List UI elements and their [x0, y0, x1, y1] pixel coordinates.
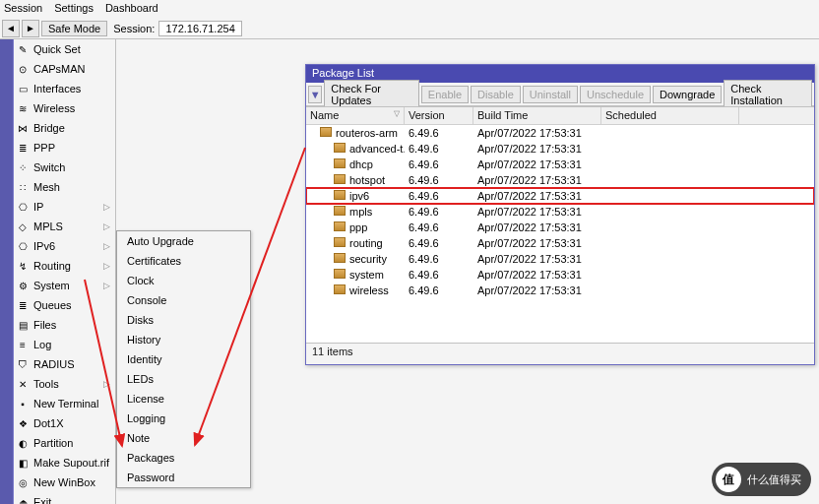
submenu-item-license[interactable]: License	[117, 389, 250, 409]
submenu-item-note[interactable]: Note	[117, 428, 250, 448]
col-build[interactable]: Build Time	[473, 107, 601, 124]
sidebar-item-radius[interactable]: ⛉RADIUS	[14, 354, 115, 374]
unschedule-button[interactable]: Unschedule	[580, 86, 651, 103]
back-button[interactable]: ◄	[2, 20, 20, 37]
package-row[interactable]: advanced-t...6.49.6Apr/07/2022 17:53:31	[306, 141, 814, 157]
system-icon: ⚙	[16, 279, 30, 292]
sidebar-item-mesh[interactable]: ∷Mesh	[14, 177, 115, 197]
sidebar-item-new-terminal[interactable]: ▪New Terminal	[14, 394, 115, 413]
submenu-item-logging[interactable]: Logging	[117, 409, 250, 428]
package-icon	[334, 158, 346, 168]
sidebar-label: Quick Set	[33, 43, 81, 55]
switch-icon: ⁘	[16, 160, 30, 174]
package-row[interactable]: wireless6.49.6Apr/07/2022 17:53:31	[306, 283, 814, 298]
package-row[interactable]: security6.49.6Apr/07/2022 17:53:31	[306, 251, 814, 267]
package-icon	[334, 269, 346, 279]
enable-button[interactable]: Enable	[421, 86, 469, 103]
submenu-item-identity[interactable]: Identity	[117, 349, 250, 369]
package-row[interactable]: ipv66.49.6Apr/07/2022 17:53:31	[306, 188, 814, 204]
cell-version: 6.49.6	[405, 284, 473, 296]
sidebar-item-interfaces[interactable]: ▭Interfaces	[14, 79, 115, 98]
sidebar-label: Routing	[33, 260, 71, 272]
mesh-icon: ∷	[16, 180, 30, 194]
chevron-right-icon: ▷	[103, 281, 113, 290]
ip-icon: ⎔	[16, 200, 30, 214]
grid-header[interactable]: Name Version Build Time Scheduled	[306, 107, 814, 125]
submenu-item-disks[interactable]: Disks	[117, 310, 250, 330]
sidebar-label: Mesh	[33, 181, 60, 193]
sidebar-item-new-winbox[interactable]: ◎New WinBox	[14, 472, 115, 492]
disable-button[interactable]: Disable	[471, 86, 521, 103]
sidebar-item-files[interactable]: ▤Files	[14, 315, 115, 335]
check-installation-button[interactable]: Check Installation	[724, 80, 812, 109]
sidebar-item-wireless[interactable]: ≋Wireless	[14, 98, 115, 118]
package-grid[interactable]: Name Version Build Time Scheduled router…	[306, 106, 814, 343]
col-scheduled[interactable]: Scheduled	[601, 107, 739, 124]
sidebar-label: Files	[33, 319, 56, 331]
cell-build: Apr/07/2022 17:53:31	[473, 284, 601, 296]
sidebar-item-ipv6[interactable]: ⎔IPv6▷	[14, 236, 115, 256]
package-icon	[334, 237, 346, 247]
sidebar-item-tools[interactable]: ✕Tools▷	[14, 374, 115, 394]
sidebar-item-make-supout[interactable]: ◧Make Supout.rif	[14, 453, 115, 472]
package-icon	[334, 221, 346, 231]
package-row[interactable]: dhcp6.49.6Apr/07/2022 17:53:31	[306, 157, 814, 172]
filter-icon[interactable]: ▼	[308, 86, 322, 103]
menubar[interactable]: Session Settings Dashboard	[0, 0, 819, 18]
check-updates-button[interactable]: Check For Updates	[324, 80, 419, 109]
submenu-item-console[interactable]: Console	[117, 290, 250, 310]
sidebar-item-capsman[interactable]: ⊙CAPsMAN	[14, 59, 115, 79]
sidebar-item-ppp[interactable]: ≣PPP	[14, 138, 115, 158]
sidebar-item-routing[interactable]: ↯Routing▷	[14, 256, 115, 276]
submenu-item-certificates[interactable]: Certificates	[117, 251, 250, 271]
cell-version: 6.49.6	[405, 143, 473, 155]
package-row[interactable]: mpls6.49.6Apr/07/2022 17:53:31	[306, 204, 814, 220]
new-winbox-icon: ◎	[16, 475, 30, 489]
sidebar-label: Interfaces	[33, 83, 81, 94]
package-list-window[interactable]: Package List ▼ Check For Updates Enable …	[305, 64, 815, 365]
submenu-item-leds[interactable]: LEDs	[117, 369, 250, 389]
sidebar-item-quick-set[interactable]: ✎Quick Set	[14, 39, 115, 59]
sidebar-item-system[interactable]: ⚙System▷	[14, 276, 115, 295]
package-row[interactable]: routeros-arm6.49.6Apr/07/2022 17:53:31	[306, 125, 814, 141]
col-version[interactable]: Version	[405, 107, 473, 124]
submenu-item-packages[interactable]: Packages	[117, 448, 250, 468]
downgrade-button[interactable]: Downgrade	[653, 86, 722, 103]
package-row[interactable]: system6.49.6Apr/07/2022 17:53:31	[306, 267, 814, 283]
uninstall-button[interactable]: Uninstall	[523, 86, 578, 103]
sidebar-item-exit[interactable]: ⏏Exit	[14, 492, 115, 504]
sidebar-label: Tools	[33, 378, 59, 390]
col-name[interactable]: Name	[306, 107, 405, 124]
package-row[interactable]: routing6.49.6Apr/07/2022 17:53:31	[306, 235, 814, 251]
cell-name: security	[306, 253, 405, 265]
menu-session[interactable]: Session	[4, 2, 42, 16]
menu-dashboard[interactable]: Dashboard	[105, 2, 158, 16]
cell-build: Apr/07/2022 17:53:31	[473, 237, 601, 249]
sidebar-label: Queues	[33, 299, 72, 311]
sidebar-item-ip[interactable]: ⎔IP▷	[14, 197, 115, 217]
forward-button[interactable]: ►	[22, 20, 39, 37]
exit-icon: ⏏	[16, 495, 30, 504]
package-row[interactable]: ppp6.49.6Apr/07/2022 17:53:31	[306, 220, 814, 235]
sidebar-item-log[interactable]: ≡Log	[14, 335, 115, 354]
sidebar-item-bridge[interactable]: ⋈Bridge	[14, 118, 115, 138]
submenu-item-password[interactable]: Password	[117, 468, 250, 487]
sidebar-item-switch[interactable]: ⁘Switch	[14, 158, 115, 177]
sidebar-item-mpls[interactable]: ◇MPLS▷	[14, 217, 115, 236]
cell-version: 6.49.6	[405, 237, 473, 249]
cell-version: 6.49.6	[405, 158, 473, 170]
sidebar-label: Switch	[33, 161, 65, 173]
sidebar-item-queues[interactable]: ≣Queues	[14, 295, 115, 315]
system-submenu[interactable]: Auto UpgradeCertificatesClockConsoleDisk…	[116, 230, 251, 488]
submenu-item-history[interactable]: History	[117, 330, 250, 349]
cell-build: Apr/07/2022 17:53:31	[473, 127, 601, 139]
menu-settings[interactable]: Settings	[54, 2, 94, 16]
cell-name: wireless	[306, 284, 405, 296]
submenu-item-auto-upgrade[interactable]: Auto Upgrade	[117, 231, 250, 251]
ipv6-icon: ⎔	[16, 239, 30, 253]
package-row[interactable]: hotspot6.49.6Apr/07/2022 17:53:31	[306, 172, 814, 188]
sidebar-item-partition[interactable]: ◐Partition	[14, 433, 115, 453]
safe-mode-button[interactable]: Safe Mode	[41, 21, 107, 36]
submenu-item-clock[interactable]: Clock	[117, 271, 250, 290]
sidebar-item-dot1x[interactable]: ❖Dot1X	[14, 413, 115, 433]
